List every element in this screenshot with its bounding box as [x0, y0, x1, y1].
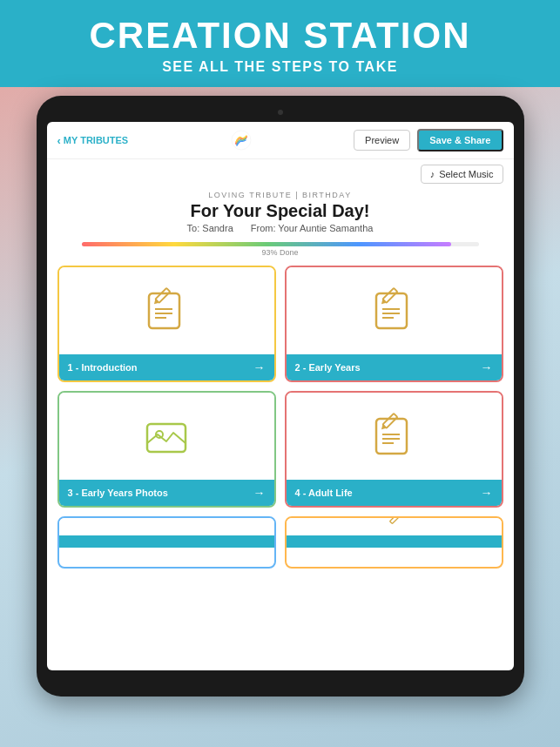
tablet-screen: ‹ MY TRIBUTES Preview Save & Share [47, 122, 514, 670]
photo-icon-3 [140, 410, 192, 462]
tribute-names: To: Sandra From: Your Auntie Samantha [57, 223, 503, 233]
step-label-bar-2: 2 - Early Years → [287, 354, 502, 380]
tablet-wrapper: ‹ MY TRIBUTES Preview Save & Share [0, 87, 560, 697]
edit-icon-2 [368, 285, 420, 337]
svg-rect-5 [155, 288, 170, 303]
tablet-camera [278, 110, 283, 115]
tribute-title: For Your Special Day! [57, 201, 503, 221]
step-card-1[interactable]: 1 - Introduction → [57, 266, 276, 382]
svg-rect-19 [382, 414, 397, 428]
step-arrow-4: → [481, 486, 493, 500]
steps-grid: 1 - Introduction → [47, 259, 514, 575]
tribute-to: To: Sandra [187, 223, 233, 233]
save-share-button[interactable]: Save & Share [417, 129, 503, 151]
step-card-2[interactable]: 2 - Early Years → [285, 266, 503, 382]
back-label: MY TRIBUTES [64, 135, 128, 145]
select-music-button[interactable]: ♪ Select Music [421, 165, 503, 184]
preview-button[interactable]: Preview [354, 130, 410, 151]
progress-bar-fill [82, 242, 451, 246]
select-music-label: Select Music [439, 169, 493, 179]
tribute-info: LOVING TRIBUTE | BIRTHDAY For Your Speci… [47, 185, 514, 237]
app-nav: ‹ MY TRIBUTES Preview Save & Share [47, 122, 514, 159]
edit-icon-1 [140, 285, 192, 337]
progress-bar-bg [82, 242, 479, 246]
step-card-5[interactable] [57, 516, 276, 569]
edit-icon-6 [376, 518, 411, 535]
step-icon-area-4 [287, 393, 502, 480]
step-card-6[interactable] [285, 516, 503, 569]
step-icon-area-5 [59, 518, 274, 535]
music-note-icon: ♪ [430, 169, 435, 179]
step-arrow-3: → [253, 486, 266, 500]
step-label-3: 3 - Early Years Photos [68, 488, 168, 498]
step-icon-area-1 [59, 267, 274, 354]
progress-section: 93% Done [47, 237, 514, 259]
step-card-4[interactable]: 4 - Adult Life → [285, 391, 503, 508]
tribute-from: From: Your Auntie Samantha [251, 223, 374, 233]
progress-label: 93% Done [82, 248, 479, 257]
step-icon-area-3 [59, 393, 274, 480]
svg-marker-20 [380, 425, 387, 432]
tribute-category: LOVING TRIBUTE | BIRTHDAY [57, 191, 503, 199]
step-icon-area-6 [287, 518, 502, 535]
svg-rect-21 [390, 518, 400, 524]
step-label-bar-6 [287, 535, 502, 548]
back-chevron-icon: ‹ [57, 134, 61, 147]
svg-marker-6 [152, 299, 159, 306]
step-label-bar-1: 1 - Introduction → [59, 354, 274, 380]
step-label-1: 1 - Introduction [68, 362, 138, 373]
svg-marker-12 [380, 299, 387, 306]
step-arrow-1: → [253, 360, 266, 374]
step-label-bar-5 [59, 535, 274, 548]
nav-back-button[interactable]: ‹ MY TRIBUTES [57, 134, 129, 147]
header-banner: CREATION STATION SEE ALL THE STEPS TO TA… [0, 0, 560, 87]
app-logo [231, 130, 252, 151]
nav-right: Preview Save & Share [354, 129, 503, 151]
music-bar: ♪ Select Music [47, 159, 514, 185]
step-arrow-2: → [481, 360, 493, 374]
step-icon-area-2 [287, 267, 502, 354]
tablet-frame: ‹ MY TRIBUTES Preview Save & Share [37, 96, 524, 697]
step-label-2: 2 - Early Years [295, 362, 361, 373]
step-card-3[interactable]: 3 - Early Years Photos → [57, 391, 276, 508]
step-label-bar-4: 4 - Adult Life → [287, 480, 502, 506]
edit-icon-4 [368, 410, 420, 462]
header-title: CREATION STATION [17, 16, 543, 56]
step-label-4: 4 - Adult Life [295, 488, 353, 498]
step-label-bar-3: 3 - Early Years Photos → [59, 480, 274, 506]
header-subtitle: SEE ALL THE STEPS TO TAKE [17, 59, 543, 75]
svg-rect-11 [382, 288, 397, 303]
